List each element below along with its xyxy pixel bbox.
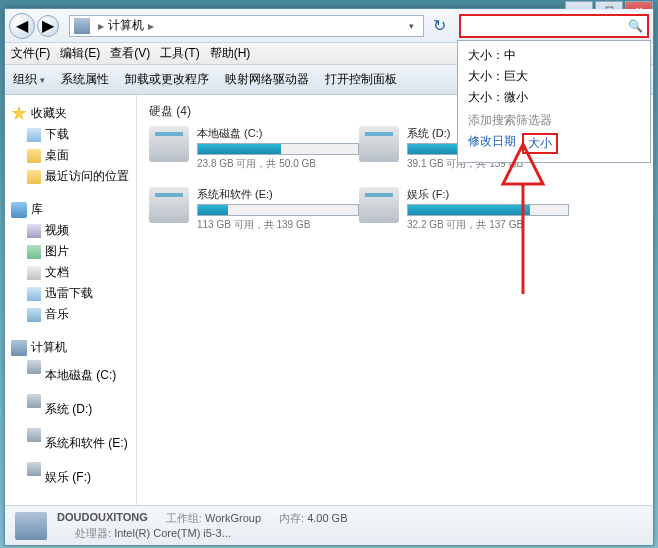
navigation-pane: 收藏夹 下载 桌面 最近访问的位置 库 视频 图片 文档 迅雷下载 音乐 计算机… — [5, 95, 137, 505]
menu-help[interactable]: 帮助(H) — [210, 45, 251, 62]
sidebar-item-label: 图片 — [45, 243, 69, 260]
crumb-sep-icon: ▸ — [148, 19, 154, 33]
download-icon — [27, 128, 41, 142]
drive-icon — [27, 360, 41, 374]
sidebar-item-label: 迅雷下载 — [45, 285, 93, 302]
sidebar-item-documents[interactable]: 文档 — [5, 262, 136, 283]
control-panel-button[interactable]: 打开控制面板 — [325, 71, 397, 88]
sidebar-item-desktop[interactable]: 桌面 — [5, 145, 136, 166]
picture-icon — [27, 245, 41, 259]
star-icon — [11, 106, 27, 122]
search-suggestion[interactable]: 大小：微小 — [458, 87, 650, 108]
sidebar-item-label: 系统和软件 (E:) — [45, 435, 128, 452]
address-dropdown-icon[interactable]: ▾ — [403, 21, 419, 31]
menu-file[interactable]: 文件(F) — [11, 45, 50, 62]
drive-name: 系统和软件 (E:) — [197, 187, 359, 202]
sidebar-item-label: 视频 — [45, 222, 69, 239]
computer-icon — [74, 18, 90, 34]
sidebar-item-downloads[interactable]: 下载 — [5, 124, 136, 145]
sidebar-head-label: 计算机 — [31, 339, 67, 356]
sidebar-item-drive-f[interactable]: 娱乐 (F:) — [5, 460, 136, 494]
drive-usage-bar — [407, 204, 569, 216]
search-icon[interactable]: 🔍 — [628, 19, 643, 33]
drive-item[interactable]: 娱乐 (F:)32.2 GB 可用，共 137 GB — [359, 187, 569, 232]
search-suggestion[interactable]: 大小：巨大 — [458, 66, 650, 87]
computer-icon — [11, 340, 27, 356]
sidebar-item-drive-d[interactable]: 系统 (D:) — [5, 392, 136, 426]
sidebar-head-label: 库 — [31, 201, 43, 218]
drive-item[interactable]: 本地磁盘 (C:)23.8 GB 可用，共 50.0 GB — [149, 126, 359, 171]
filter-size[interactable]: 大小 — [522, 133, 558, 154]
status-computer-name: DOUDOUXITONG — [57, 511, 148, 526]
sidebar-item-label: 最近访问的位置 — [45, 168, 129, 185]
document-icon — [27, 266, 41, 280]
search-suggestion[interactable]: 大小：中 — [458, 45, 650, 66]
search-suggestions-dropdown: 大小：中 大小：巨大 大小：微小 添加搜索筛选器 修改日期 大小 — [457, 40, 651, 163]
crumb-sep-icon: ▸ — [98, 19, 104, 33]
system-properties-button[interactable]: 系统属性 — [61, 71, 109, 88]
recent-icon — [27, 170, 41, 184]
sidebar-item-label: 文档 — [45, 264, 69, 281]
drive-usage-bar — [197, 143, 359, 155]
search-input[interactable] — [465, 19, 628, 33]
sidebar-favorites-header[interactable]: 收藏夹 — [5, 103, 136, 124]
drive-free-space: 32.2 GB 可用，共 137 GB — [407, 218, 569, 232]
drive-icon — [27, 394, 41, 408]
desktop-icon — [27, 149, 41, 163]
status-workgroup: WorkGroup — [205, 512, 261, 524]
download-icon — [27, 287, 41, 301]
sidebar-item-label: 桌面 — [45, 147, 69, 164]
drive-free-space: 23.8 GB 可用，共 50.0 GB — [197, 157, 359, 171]
sidebar-item-recent[interactable]: 最近访问的位置 — [5, 166, 136, 187]
sidebar-item-xunlei[interactable]: 迅雷下载 — [5, 283, 136, 304]
sidebar-item-drive-e[interactable]: 系统和软件 (E:) — [5, 426, 136, 460]
sidebar-libraries-header[interactable]: 库 — [5, 199, 136, 220]
sidebar-item-label: 本地磁盘 (C:) — [45, 367, 116, 384]
drive-usage-bar — [197, 204, 359, 216]
back-icon: ◀ — [16, 16, 28, 35]
video-icon — [27, 224, 41, 238]
sidebar-item-music[interactable]: 音乐 — [5, 304, 136, 325]
sidebar-item-videos[interactable]: 视频 — [5, 220, 136, 241]
forward-icon: ▶ — [42, 16, 54, 35]
music-icon — [27, 308, 41, 322]
search-input-wrapper[interactable]: 🔍 — [459, 14, 649, 38]
sidebar-item-pictures[interactable]: 图片 — [5, 241, 136, 262]
uninstall-button[interactable]: 卸载或更改程序 — [125, 71, 209, 88]
menu-tools[interactable]: 工具(T) — [160, 45, 199, 62]
drive-free-space: 113 GB 可用，共 139 GB — [197, 218, 359, 232]
status-memory: 4.00 GB — [307, 512, 347, 524]
status-cpu: Intel(R) Core(TM) i5-3... — [114, 527, 231, 539]
filter-date[interactable]: 修改日期 — [468, 133, 516, 154]
computer-large-icon — [15, 512, 47, 540]
organize-button[interactable]: 组织 — [13, 71, 45, 88]
library-icon — [11, 202, 27, 218]
sidebar-item-label: 下载 — [45, 126, 69, 143]
drive-icon — [149, 187, 189, 223]
drive-name: 娱乐 (F:) — [407, 187, 569, 202]
drive-name: 本地磁盘 (C:) — [197, 126, 359, 141]
drive-item[interactable]: 系统和软件 (E:)113 GB 可用，共 139 GB — [149, 187, 359, 232]
map-network-drive-button[interactable]: 映射网络驱动器 — [225, 71, 309, 88]
forward-button[interactable]: ▶ — [37, 15, 59, 37]
drive-icon — [359, 187, 399, 223]
address-bar[interactable]: ▸ 计算机 ▸ ▾ — [69, 15, 424, 37]
sidebar-item-label: 系统 (D:) — [45, 401, 92, 418]
sidebar-item-drive-c[interactable]: 本地磁盘 (C:) — [5, 358, 136, 392]
status-key-memory: 内存: — [279, 512, 304, 524]
drive-icon — [359, 126, 399, 162]
status-key-workgroup: 工作组: — [166, 512, 202, 524]
menu-view[interactable]: 查看(V) — [110, 45, 150, 62]
search-filter-row: 修改日期 大小 — [458, 131, 650, 158]
sidebar-item-label: 音乐 — [45, 306, 69, 323]
back-button[interactable]: ◀ — [9, 13, 35, 39]
refresh-button[interactable]: ↻ — [428, 15, 450, 37]
drive-icon — [149, 126, 189, 162]
explorer-window: — ☐ ✕ ◀ ▶ ▸ 计算机 ▸ ▾ ↻ 🔍 大小：中 大小：巨大 大小：微小… — [4, 8, 654, 546]
nav-bar: ◀ ▶ ▸ 计算机 ▸ ▾ ↻ 🔍 大小：中 大小：巨大 大小：微小 添加搜索筛… — [5, 9, 653, 43]
status-key-cpu: 处理器: — [75, 527, 111, 539]
breadcrumb-computer[interactable]: 计算机 — [108, 17, 144, 34]
sidebar-computer-header[interactable]: 计算机 — [5, 337, 136, 358]
menu-edit[interactable]: 编辑(E) — [60, 45, 100, 62]
details-pane: DOUDOUXITONG 工作组: WorkGroup 内存: 4.00 GB … — [5, 505, 653, 545]
